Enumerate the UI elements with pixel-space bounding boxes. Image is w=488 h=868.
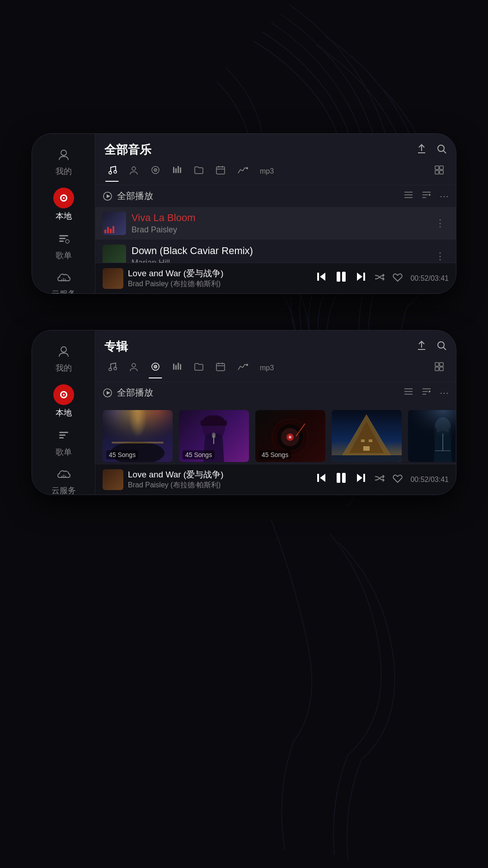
search-icon[interactable]: [436, 143, 447, 157]
album-card-5[interactable]: 专辑名称 歌手: [408, 410, 456, 458]
favorite-icon-2[interactable]: [392, 473, 403, 486]
playlist-icon: [57, 232, 70, 248]
sidebar-2-local-label: 本地: [56, 407, 72, 418]
sidebar-2-cloud-label: 云服务: [52, 485, 76, 495]
svg-rect-112: [369, 439, 372, 442]
tab2-folder[interactable]: [189, 359, 208, 378]
album-cover-5: [408, 410, 456, 462]
svg-marker-47: [357, 273, 362, 281]
play-all-button[interactable]: 全部播放: [103, 190, 153, 202]
sidebar-2-item-playlist[interactable]: 歌单: [32, 423, 95, 462]
now-playing-thumb-2: [103, 469, 123, 490]
now-playing-thumb-1: [103, 268, 123, 289]
sidebar-2-item-mine[interactable]: 我的: [32, 339, 95, 378]
prev-button-1[interactable]: [315, 271, 327, 286]
player-controls-2: 00:52/03:41: [315, 471, 449, 488]
local-icon-2: [53, 384, 74, 405]
svg-rect-120: [317, 474, 319, 482]
play-pause-button-2[interactable]: [334, 471, 348, 488]
next-button-2[interactable]: [355, 472, 367, 487]
tab-chart[interactable]: [233, 162, 253, 181]
tab-artist[interactable]: [124, 162, 143, 181]
tab-folder[interactable]: [189, 162, 208, 181]
tab-album[interactable]: [146, 162, 165, 181]
svg-point-7: [66, 240, 69, 243]
sidebar-2: 我的 本地: [32, 330, 95, 495]
shuffle-icon-1[interactable]: [374, 272, 385, 285]
song-more-2[interactable]: ⋮: [432, 249, 449, 263]
upload-icon-2[interactable]: [416, 340, 427, 354]
album-card-4[interactable]: 专辑名称 歌手名称: [332, 410, 402, 458]
list-icon[interactable]: [404, 191, 413, 202]
filter-icon[interactable]: [422, 191, 432, 202]
next-button-1[interactable]: [355, 271, 367, 286]
tab2-grid-view[interactable]: [430, 359, 449, 378]
tab2-music[interactable]: [103, 359, 122, 378]
phone-frame-1: 我的 本地: [32, 133, 456, 294]
more-options-icon-2[interactable]: ⋯: [440, 387, 449, 398]
svg-rect-53: [59, 432, 68, 433]
tab2-calendar[interactable]: [211, 359, 230, 378]
now-playing-info-1: Love and War (爱与战争) Brad Paisley (布拉德·帕斯…: [128, 268, 311, 289]
svg-point-18: [132, 167, 136, 170]
list-icon-2[interactable]: [404, 387, 413, 398]
time-display-2: 00:52/03:41: [410, 476, 449, 484]
filter-icon-2[interactable]: [422, 387, 432, 398]
tab-grid-view[interactable]: [430, 162, 449, 181]
sidebar-item-local[interactable]: 本地: [32, 181, 95, 226]
tab2-mp3[interactable]: mp3: [255, 361, 278, 376]
prev-button-2[interactable]: [315, 472, 327, 487]
song-thumb-1: [103, 212, 126, 235]
song-item-2[interactable]: Down (Black Caviar Remix) Marian Hill ⋮: [95, 240, 456, 263]
search-icon-2[interactable]: [436, 340, 447, 354]
sidebar-2-item-cloud[interactable]: 云服务: [32, 462, 95, 495]
album-card-2[interactable]: 45 Songs 专辑名称 歌手名称: [179, 410, 249, 458]
tab2-artist[interactable]: [124, 359, 143, 378]
album-cover-2: 45 Songs: [179, 410, 249, 462]
svg-rect-111: [361, 439, 365, 442]
svg-rect-34: [440, 170, 443, 174]
tab-eq[interactable]: [168, 162, 187, 181]
now-playing-artist-1: Brad Paisley (布拉德·帕斯利): [128, 279, 311, 289]
album-song-count-3: 45 Songs: [259, 450, 291, 459]
player-controls-1: 00:52/03:41: [315, 270, 449, 287]
sidebar-item-playlist[interactable]: 歌单: [32, 226, 95, 265]
svg-rect-24: [178, 166, 179, 173]
song-more-1[interactable]: ⋮: [432, 216, 449, 231]
svg-point-102: [289, 436, 291, 439]
album-card-1[interactable]: 45 Songs 专辑名称 歌手名称: [103, 410, 173, 458]
svg-line-62: [444, 347, 446, 350]
svg-rect-33: [435, 170, 439, 174]
song-info-2: Down (Black Caviar Remix) Marian Hill: [131, 245, 426, 263]
sidebar-2-item-local[interactable]: 本地: [32, 378, 95, 423]
song-item-1[interactable]: Viva La Bloom Brad Paisley ⋮: [95, 207, 456, 240]
now-playing-artist-2: Brad Paisley (布拉德·帕斯利): [128, 481, 311, 490]
user-icon: [57, 148, 70, 164]
tab-calendar[interactable]: [211, 162, 230, 181]
svg-rect-46: [342, 272, 346, 282]
svg-marker-119: [320, 474, 325, 482]
sidebar-item-mine[interactable]: 我的: [32, 142, 95, 181]
tab2-chart[interactable]: [233, 359, 253, 378]
now-playing-bar-1[interactable]: Love and War (爱与战争) Brad Paisley (布拉德·帕斯…: [95, 263, 456, 293]
play-pause-button-1[interactable]: [334, 270, 348, 287]
svg-rect-31: [435, 166, 439, 170]
album-song-count-1: 45 Songs: [106, 450, 138, 459]
sidebar-item-cloud[interactable]: 云服务: [32, 265, 95, 294]
song-artist-2: Marian Hill: [131, 258, 426, 263]
upload-icon[interactable]: [416, 143, 427, 157]
more-options-icon[interactable]: ⋯: [440, 191, 449, 202]
tab2-eq[interactable]: [168, 359, 187, 378]
album-card-3[interactable]: 45 Songs 专辑名称 歌手: [255, 410, 325, 458]
now-playing-bar-2[interactable]: Love and War (爱与战争) Brad Paisley (布拉德·帕斯…: [95, 464, 456, 495]
tab-music[interactable]: [103, 162, 122, 181]
tab2-album[interactable]: [146, 359, 165, 378]
play-all-bar-2: 全部播放: [95, 382, 456, 404]
svg-marker-43: [320, 273, 325, 281]
favorite-icon-1[interactable]: [392, 272, 403, 285]
tab-mp3[interactable]: mp3: [255, 165, 278, 179]
svg-rect-94: [112, 442, 164, 443]
play-all-button-2[interactable]: 全部播放: [103, 387, 153, 399]
shuffle-icon-2[interactable]: [374, 473, 385, 486]
svg-point-21: [155, 170, 156, 170]
